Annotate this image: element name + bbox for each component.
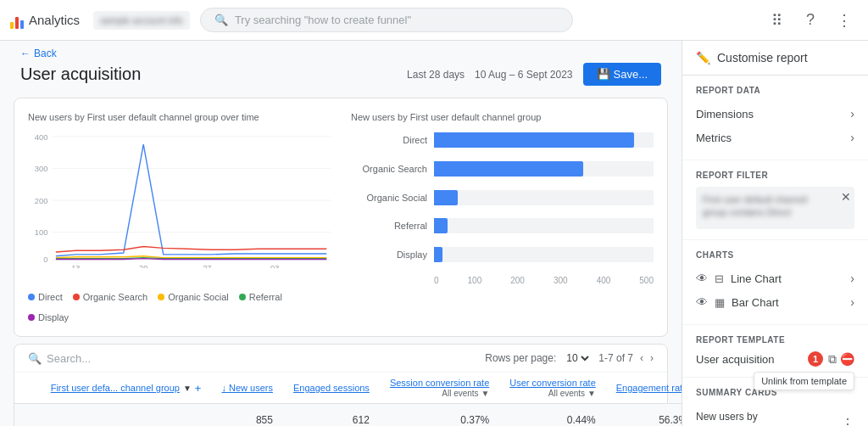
- panel-report-data: REPORT DATA Dimensions › Metrics ›: [682, 76, 868, 160]
- page-title: User acquisition: [20, 64, 141, 84]
- bar-row-organic-search: Organic Search: [351, 161, 654, 177]
- table-search[interactable]: 🔍 Search...: [28, 352, 91, 365]
- dimensions-chevron-icon: ›: [850, 107, 854, 121]
- bar-fill-organic-search: [434, 161, 583, 177]
- data-table: First user defa... channel group ▼ + ↓ N…: [14, 373, 682, 426]
- search-icon: 🔍: [214, 14, 228, 26]
- chart-legend: Direct Organic Search Organic Social: [28, 292, 331, 322]
- col-engaged-sessions-label[interactable]: Engaged sessions: [293, 383, 370, 393]
- template-name: User acquisition: [696, 353, 775, 366]
- panel-report-filter: REPORT FILTER First user default channel…: [682, 160, 868, 240]
- col-user-conv-label[interactable]: User conversion rate: [509, 378, 596, 388]
- total-engagement-rate-value: 56.3%: [616, 414, 682, 426]
- more-icon-button[interactable]: ⋮: [831, 7, 858, 34]
- col-num: [14, 373, 41, 404]
- logo-bar-3: [20, 20, 24, 29]
- col-session-conv: Session conversion rate All events ▼: [380, 373, 499, 404]
- bar-chart-chevron-icon[interactable]: ›: [850, 295, 854, 309]
- dimensions-label: Dimensions: [696, 108, 754, 121]
- svg-text:400: 400: [35, 132, 48, 142]
- report-filter-label: REPORT FILTER: [696, 171, 854, 180]
- svg-text:03: 03: [270, 263, 279, 268]
- top-navigation: Analytics sample account info 🔍 Try sear…: [0, 0, 868, 41]
- bar-chart-icon: ▦: [715, 296, 725, 309]
- bar-chart-label: Bar Chart: [732, 296, 779, 309]
- summary-card-1-menu[interactable]: ⋮: [841, 416, 854, 426]
- col-engagement-rate: Engagement rate: [606, 373, 682, 404]
- account-selector[interactable]: sample account info: [93, 11, 190, 30]
- template-badge: 1: [808, 351, 823, 367]
- metrics-row[interactable]: Metrics ›: [696, 126, 854, 149]
- col-new-users-label[interactable]: ↓ New users: [221, 383, 273, 393]
- bar-fill-direct: [434, 132, 634, 148]
- line-chart-container: New users by First user default channel …: [28, 112, 331, 322]
- line-chart-option: 👁 ⊟ Line Chart ›: [696, 266, 854, 290]
- line-chart-area: 400 300 200 100 0 13 Aug 20 27 03 Sept: [28, 132, 331, 285]
- template-actions: 1 ⧉ ⛔ Unlink from template: [808, 351, 854, 367]
- col-session-conv-sub: All events ▼: [442, 389, 489, 398]
- total-new-users: 855 100% of total: [211, 404, 283, 427]
- logo-bar-2: [15, 17, 19, 29]
- apps-icon-button[interactable]: ⠿: [763, 7, 790, 34]
- page-title-row: User acquisition Last 28 days 10 Aug – 6…: [20, 63, 661, 86]
- dimensions-row[interactable]: Dimensions ›: [696, 102, 854, 126]
- filter-close-icon[interactable]: ✕: [841, 190, 851, 204]
- page-header: ← Back User acquisition Last 28 days 10 …: [0, 41, 682, 91]
- template-unlink-icon[interactable]: ⛔: [840, 352, 854, 367]
- summary-card-1-text: New users byFirst user default chann...: [696, 411, 810, 426]
- total-user-conv: 0.44% Avg 0%: [499, 404, 606, 427]
- bar-row-organic-social: Organic Social: [351, 190, 654, 205]
- bar-fill-display: [434, 247, 442, 262]
- search-box[interactable]: 🔍 Try searching "how to create funnel": [200, 8, 573, 32]
- bar-label-organic-search: Organic Search: [351, 164, 427, 174]
- table-toolbar: 🔍 Search... Rows per page: 10 25 50 1-7 …: [14, 345, 667, 373]
- next-page-icon[interactable]: ›: [650, 352, 654, 364]
- svg-text:27: 27: [203, 263, 211, 268]
- svg-text:20: 20: [139, 263, 147, 268]
- bar-container-referral: [434, 218, 654, 233]
- bar-label-direct: Direct: [351, 135, 427, 145]
- table-section: 🔍 Search... Rows per page: 10 25 50 1-7 …: [14, 344, 668, 426]
- col-session-conv-label[interactable]: Session conversion rate: [390, 378, 489, 388]
- legend-label-referral: Referral: [249, 292, 282, 302]
- bar-chart-container: New users by First user default channel …: [351, 112, 654, 322]
- filter-icon[interactable]: ▼: [183, 384, 192, 393]
- search-placeholder: Try searching "how to create funnel": [235, 14, 411, 26]
- template-icons: ⧉ ⛔: [828, 352, 854, 367]
- save-icon: 💾: [597, 68, 610, 81]
- rows-info: Rows per page: 10 25 50 1-7 of 7 ‹ ›: [485, 351, 654, 365]
- bar-chart-title: New users by First user default channel …: [351, 112, 654, 122]
- line-chart-label: Line Chart: [731, 272, 782, 285]
- line-chart-chevron-icon[interactable]: ›: [850, 272, 854, 285]
- back-link[interactable]: ← Back: [20, 48, 661, 59]
- logo-icon: [10, 12, 24, 29]
- report-data-label: REPORT DATA: [696, 86, 854, 95]
- total-engaged-sessions-value: 612: [293, 414, 370, 426]
- legend-label-direct: Direct: [38, 292, 63, 302]
- charts-section-label: CHARTS: [696, 250, 854, 260]
- back-arrow-icon: ←: [20, 48, 31, 59]
- add-metric-btn[interactable]: +: [195, 382, 202, 395]
- panel-header: ✏️ Customise report: [682, 41, 868, 76]
- help-icon-button[interactable]: ?: [797, 7, 824, 34]
- svg-text:100: 100: [35, 227, 48, 237]
- total-label: [41, 404, 212, 427]
- col-engagement-rate-label[interactable]: Engagement rate: [616, 383, 682, 393]
- prev-page-icon[interactable]: ‹: [640, 352, 643, 364]
- account-name: sample account info: [100, 15, 183, 25]
- rows-per-page-select[interactable]: 10 25 50: [563, 351, 592, 365]
- col-channel-label[interactable]: First user defa... channel group: [51, 383, 180, 393]
- legend-display: Display: [28, 312, 69, 322]
- metrics-label: Metrics: [696, 132, 732, 144]
- bar-axis-500: 500: [639, 276, 654, 285]
- col-channel: First user defa... channel group ▼ +: [41, 373, 212, 404]
- save-label: Save...: [614, 68, 648, 81]
- bar-axis: 0 100 200 300 400 500: [434, 276, 654, 285]
- eye-icon-line[interactable]: 👁: [696, 272, 708, 285]
- save-button[interactable]: 💾 Save...: [583, 63, 661, 86]
- eye-icon-bar[interactable]: 👁: [696, 295, 708, 309]
- col-user-conv: User conversion rate All events ▼: [499, 373, 606, 404]
- template-icon-1[interactable]: ⧉: [828, 352, 837, 367]
- bar-label-display: Display: [351, 249, 427, 260]
- bar-container-display: [434, 247, 654, 262]
